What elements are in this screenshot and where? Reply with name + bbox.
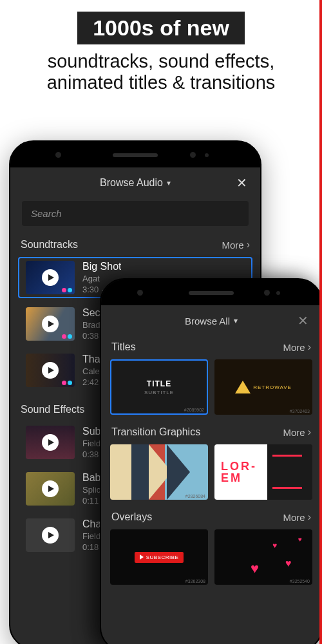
tiles-row-transitions[interactable]: #2826084 LOR- EM bbox=[101, 444, 321, 506]
section-label: Transition Graphics bbox=[111, 426, 200, 438]
header-bar: Browse Audio ▾ ✕ bbox=[10, 167, 260, 198]
phone-bezel bbox=[101, 279, 321, 305]
heart-icon: ♥ bbox=[285, 558, 292, 569]
chevron-down-icon[interactable]: ▾ bbox=[234, 316, 238, 325]
speaker-slot bbox=[189, 291, 234, 295]
close-icon[interactable]: ✕ bbox=[236, 175, 247, 191]
search-input[interactable]: Search bbox=[22, 201, 249, 226]
brand-edge bbox=[319, 0, 322, 644]
track-thumb[interactable] bbox=[26, 518, 75, 552]
track-thumb[interactable] bbox=[26, 261, 75, 294]
chevron-right-icon: › bbox=[308, 511, 311, 523]
chevron-right-icon: › bbox=[308, 341, 311, 353]
tile-subtitle: SUBTITLE bbox=[144, 390, 174, 395]
camera-dot bbox=[190, 152, 196, 158]
title-tile[interactable]: RETROWAVE #3702403 bbox=[214, 359, 312, 415]
track-title: Big Shot bbox=[82, 261, 121, 272]
tile-id: #2826084 bbox=[185, 494, 205, 498]
sensor-dot-2 bbox=[205, 153, 209, 157]
banner-headline: 1000s of new bbox=[77, 12, 245, 44]
tile-id: #3252540 bbox=[290, 579, 310, 583]
close-icon[interactable]: ✕ bbox=[298, 313, 308, 328]
search-placeholder: Search bbox=[31, 208, 62, 219]
tile-id: #2089902 bbox=[184, 408, 204, 412]
section-label: Titles bbox=[111, 341, 136, 353]
chevron-down-icon[interactable]: ▾ bbox=[167, 178, 171, 187]
tiles-row-titles[interactable]: TITLE SUBTITLE #2089902 RETROWAVE #37024… bbox=[101, 359, 321, 421]
subscribe-badge: SUBSCRIBE bbox=[135, 552, 184, 563]
section-titles: Titles More › bbox=[101, 336, 321, 359]
section-overlays: Overlays More › bbox=[101, 506, 321, 529]
more-button[interactable]: More › bbox=[283, 341, 311, 353]
heart-icon: ♥ bbox=[272, 541, 277, 550]
header-title[interactable]: Browse All bbox=[185, 316, 230, 327]
tile-label: RETROWAVE bbox=[253, 384, 292, 390]
sensor-dot bbox=[137, 290, 143, 296]
overlay-tile[interactable]: SUBSCRIBE #3262308 bbox=[110, 529, 208, 585]
header-bar: Browse All ▾ ✕ bbox=[101, 305, 321, 336]
more-button[interactable]: More › bbox=[283, 426, 311, 438]
triangle-icon bbox=[235, 381, 251, 393]
sensor-dot bbox=[55, 152, 61, 158]
section-transitions: Transition Graphics More › bbox=[101, 421, 321, 444]
tile-id: #3262308 bbox=[185, 579, 205, 583]
header-title[interactable]: Browse Audio bbox=[100, 177, 163, 189]
promo-banner: 1000s of new soundtracks, sound effects,… bbox=[0, 0, 322, 94]
section-label: Overlays bbox=[111, 511, 152, 523]
transition-tile[interactable]: #2826084 bbox=[110, 444, 208, 500]
tile-id: #3702403 bbox=[290, 409, 310, 413]
speaker-slot bbox=[113, 153, 158, 157]
track-thumb[interactable] bbox=[26, 472, 75, 506]
banner-subhead: soundtracks, sound effects, animated tit… bbox=[0, 51, 322, 94]
track-thumb[interactable] bbox=[26, 354, 75, 387]
tiles-row-overlays[interactable]: SUBSCRIBE #3262308 ♥ ♥ ♥ ♥ #3252540 bbox=[101, 529, 321, 591]
title-tile[interactable]: TITLE SUBTITLE #2089902 bbox=[110, 359, 208, 415]
section-label: Sound Effects bbox=[21, 404, 84, 415]
overlay-tile[interactable]: ♥ ♥ ♥ ♥ #3252540 bbox=[214, 529, 312, 585]
tile-title: TITLE bbox=[147, 379, 171, 388]
more-button[interactable]: More › bbox=[283, 511, 311, 523]
transition-tile[interactable]: LOR- EM bbox=[214, 444, 312, 500]
chevron-right-icon: › bbox=[247, 239, 250, 251]
lorem-label: LOR- EM bbox=[214, 444, 267, 500]
phone-bezel bbox=[10, 142, 260, 167]
play-icon[interactable] bbox=[26, 518, 75, 552]
more-button[interactable]: More › bbox=[222, 239, 250, 251]
camera-dot bbox=[264, 290, 270, 296]
heart-icon: ♥ bbox=[298, 536, 302, 543]
section-label: Soundtracks bbox=[21, 239, 78, 251]
play-icon[interactable] bbox=[26, 426, 75, 459]
lorem-decor bbox=[267, 444, 312, 500]
track-thumb[interactable] bbox=[26, 307, 75, 341]
phone-browse-all: Browse All ▾ ✕ Titles More › TITLE SUBTI… bbox=[100, 278, 322, 644]
track-thumb[interactable] bbox=[26, 426, 75, 459]
heart-icon: ♥ bbox=[251, 560, 259, 577]
sensor-dot-2 bbox=[276, 291, 280, 295]
play-icon[interactable] bbox=[26, 472, 75, 506]
chevron-right-icon: › bbox=[308, 426, 311, 438]
section-soundtracks: Soundtracks More › bbox=[10, 234, 260, 257]
